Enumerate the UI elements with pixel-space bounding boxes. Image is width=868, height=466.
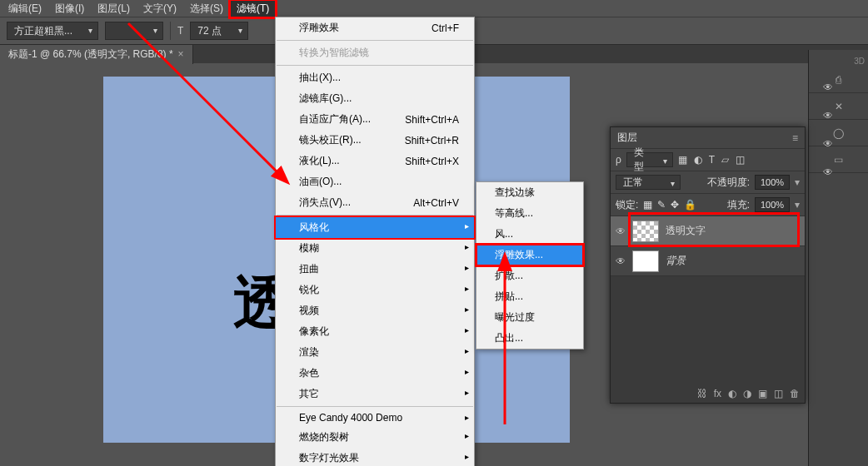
submenu-wind[interactable]: 风... <box>476 224 583 245</box>
menu-item-vanishing-point[interactable]: 消失点(V)...Alt+Ctrl+V <box>276 192 474 213</box>
chevron-down-icon[interactable]: ▾ <box>795 199 800 211</box>
filter-adjust-icon[interactable]: ◐ <box>694 154 702 166</box>
filter-menu: 浮雕效果Ctrl+F 转换为智能滤镜 抽出(X)... 滤镜库(G)... 自适… <box>275 17 475 466</box>
submenu-diffuse[interactable]: 扩散... <box>476 265 583 286</box>
text-size-icon: T <box>177 25 183 37</box>
mask-icon[interactable]: ◐ <box>728 388 736 399</box>
font-style-combo[interactable] <box>105 22 163 40</box>
group-icon[interactable]: ▣ <box>758 388 767 399</box>
font-family-combo[interactable]: 方正超粗黑... <box>7 22 98 40</box>
layer-row[interactable]: 👁 背景 <box>611 246 805 276</box>
submenu-contour[interactable]: 等高线... <box>476 203 583 224</box>
document-tab[interactable]: 标题-1 @ 66.7% (透明文字, RGB/8) * × <box>0 45 193 64</box>
menu-item-eyecandy[interactable]: Eye Candy 4000 Demo <box>276 409 474 427</box>
filter-type-icon[interactable]: T <box>709 154 715 166</box>
tools-icon: ✕ <box>835 101 843 112</box>
menu-item-liquify[interactable]: 液化(L)...Shift+Ctrl+X <box>276 151 474 171</box>
right-dock: 3D ⎙ ✕ ◯ ▭ <box>808 50 868 466</box>
dock-3d-label: 3D <box>854 57 865 66</box>
menu-image[interactable]: 图像(I) <box>48 0 91 17</box>
fill-input[interactable] <box>755 197 790 212</box>
dock-btn-1[interactable]: ⎙ <box>809 67 868 93</box>
menu-item-lens-correction[interactable]: 镜头校正(R)...Shift+Ctrl+R <box>276 130 474 151</box>
eye-icon[interactable]: 👁 <box>823 82 833 93</box>
menu-type[interactable]: 文字(Y) <box>137 0 183 17</box>
menu-item-burning[interactable]: 燃烧的裂树 <box>276 427 474 448</box>
menu-item-other[interactable]: 其它 <box>276 384 474 404</box>
lock-label: 锁定: <box>616 198 638 212</box>
menu-edit[interactable]: 编辑(E) <box>2 0 48 17</box>
layer-thumb <box>632 221 659 242</box>
chevron-down-icon[interactable]: ▾ <box>795 176 800 188</box>
menu-item-distort[interactable]: 扭曲 <box>276 259 474 280</box>
submenu-extrude[interactable]: 凸出... <box>476 328 583 349</box>
dock-visibility: 👁 👁 👁 👁 <box>823 82 833 178</box>
lock-paint-icon[interactable]: ✎ <box>657 199 666 211</box>
menu-item-oil-paint[interactable]: 油画(O)... <box>276 171 474 192</box>
link-icon[interactable]: ⛓ <box>697 388 707 399</box>
menu-item-noise[interactable]: 杂色 <box>276 363 474 384</box>
layer-thumb <box>632 250 659 272</box>
fill-label: 填充: <box>727 198 750 212</box>
dock-btn-3[interactable]: ◯ <box>809 120 868 146</box>
new-layer-icon[interactable]: ◫ <box>774 388 783 399</box>
dock-btn-4[interactable]: ▭ <box>809 146 868 173</box>
menu-item-filter-gallery[interactable]: 滤镜库(G)... <box>276 88 474 109</box>
stylize-submenu: 查找边缘 等高线... 风... 浮雕效果... 扩散... 拼贴... 曝光过… <box>476 181 584 350</box>
filter-smart-icon[interactable]: ◫ <box>736 154 745 166</box>
opacity-label: 不透明度: <box>707 176 750 190</box>
fx-icon[interactable]: fx <box>714 388 721 399</box>
filter-pixel-icon[interactable]: ▦ <box>678 154 687 166</box>
layers-empty <box>611 276 805 384</box>
square-icon: ▭ <box>834 154 843 166</box>
layer-kind-combo[interactable]: 类型 <box>626 152 673 167</box>
opacity-input[interactable] <box>755 175 790 190</box>
trash-icon[interactable]: 🗑 <box>790 388 800 399</box>
menu-item-render[interactable]: 渲染 <box>276 342 474 363</box>
submenu-find-edges[interactable]: 查找边缘 <box>476 182 583 203</box>
submenu-tiles[interactable]: 拼贴... <box>476 286 583 307</box>
circle-icon: ◯ <box>833 127 844 139</box>
close-icon[interactable]: × <box>178 48 184 60</box>
menu-item-stylize[interactable]: 风格化 <box>276 217 474 238</box>
menu-item-smart-filter[interactable]: 转换为智能滤镜 <box>276 42 474 63</box>
menu-item-adaptive-wide[interactable]: 自适应广角(A)...Shift+Ctrl+A <box>276 109 474 130</box>
menu-item-last-filter[interactable]: 浮雕效果Ctrl+F <box>276 17 474 38</box>
stamp-icon: ⎙ <box>836 74 841 86</box>
eye-icon[interactable]: 👁 <box>823 138 833 150</box>
layers-panel-title: 图层 <box>617 131 637 145</box>
submenu-emboss[interactable]: 浮雕效果... <box>476 245 583 265</box>
lock-transparent-icon[interactable]: ▦ <box>643 199 652 211</box>
layer-row[interactable]: 👁 透明文字 <box>611 216 805 246</box>
menubar: 编辑(E) 图像(I) 图层(L) 文字(Y) 选择(S) 滤镜(T) 视图(Y… <box>0 0 868 17</box>
layer-name: 透明文字 <box>666 224 706 238</box>
lock-position-icon[interactable]: ✥ <box>671 199 679 211</box>
eye-icon[interactable]: 👁 <box>823 166 833 178</box>
menu-item-digilight[interactable]: 数字灯光效果 <box>276 448 474 466</box>
layers-list: 👁 透明文字 👁 背景 <box>611 216 805 384</box>
panel-menu-icon[interactable]: ≡ <box>792 132 798 144</box>
blend-mode-combo[interactable]: 正常 <box>616 175 681 190</box>
menu-select[interactable]: 选择(S) <box>183 0 230 17</box>
divider <box>170 22 171 40</box>
menu-filter[interactable]: 滤镜(T) <box>230 0 276 17</box>
filter-shape-icon[interactable]: ▱ <box>721 154 729 166</box>
font-size-combo[interactable]: 72 点 <box>190 22 248 40</box>
menu-item-extract[interactable]: 抽出(X)... <box>276 67 474 88</box>
layers-panel: 图层≡ ρ 类型 ▦ ◐ T ▱ ◫ 正常 不透明度: ▾ 锁定: ▦ ✎ ✥ … <box>610 126 806 404</box>
submenu-solarize[interactable]: 曝光过度 <box>476 307 583 328</box>
document-tab-title: 标题-1 @ 66.7% (透明文字, RGB/8) * <box>8 47 173 62</box>
menu-item-pixelate[interactable]: 像素化 <box>276 321 474 342</box>
layers-footer: ⛓ fx ◐ ◑ ▣ ◫ 🗑 <box>611 384 805 403</box>
menu-item-sharpen[interactable]: 锐化 <box>276 280 474 300</box>
menu-layer[interactable]: 图层(L) <box>91 0 137 17</box>
eye-icon[interactable]: 👁 <box>616 255 626 267</box>
menu-item-blur[interactable]: 模糊 <box>276 238 474 259</box>
layer-name: 背景 <box>666 254 686 268</box>
eye-icon[interactable]: 👁 <box>823 110 833 121</box>
eye-icon[interactable]: 👁 <box>616 226 626 237</box>
adjust-icon[interactable]: ◑ <box>743 388 751 399</box>
menu-item-video[interactable]: 视频 <box>276 300 474 321</box>
dock-btn-2[interactable]: ✕ <box>809 93 868 120</box>
lock-all-icon[interactable]: 🔒 <box>684 199 696 211</box>
